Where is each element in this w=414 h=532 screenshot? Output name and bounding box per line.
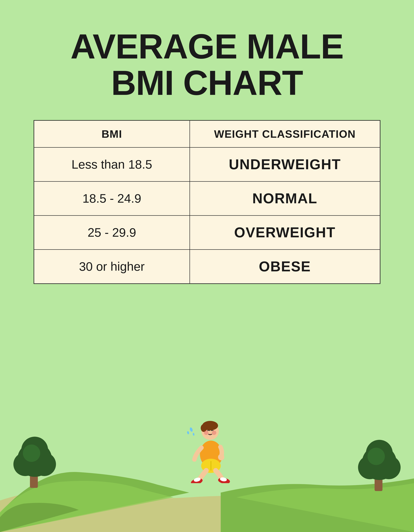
bmi-value-1: Less than 18.5: [34, 148, 190, 181]
svg-point-5: [23, 445, 40, 462]
classification-3: OVERWEIGHT: [190, 216, 380, 250]
table-row: 18.5 - 24.9 NORMAL: [34, 181, 380, 216]
tree-left-icon: [13, 431, 57, 491]
classification-4: OBESE: [190, 250, 380, 284]
svg-point-13: [187, 431, 190, 435]
table-row: Less than 18.5 UNDERWEIGHT: [34, 148, 380, 181]
svg-point-18: [204, 430, 208, 435]
illustration-section: [0, 390, 414, 532]
col-header-bmi: BMI: [34, 120, 190, 148]
table-row: 25 - 29.9 OVERWEIGHT: [34, 216, 380, 250]
tree-right-icon: [357, 434, 401, 494]
page-title: AVERAGE MALE BMI CHART: [70, 28, 344, 101]
bmi-table: BMI WEIGHT CLASSIFICATION Less than 18.5…: [34, 120, 380, 284]
bmi-value-4: 30 or higher: [34, 250, 190, 284]
col-header-classification: WEIGHT CLASSIFICATION: [190, 120, 380, 148]
svg-point-19: [212, 430, 216, 435]
svg-point-12: [189, 427, 193, 432]
svg-point-14: [193, 433, 195, 436]
svg-point-22: [218, 454, 224, 460]
svg-point-11: [367, 448, 385, 465]
runner-illustration: [182, 417, 232, 483]
table-header-row: BMI WEIGHT CLASSIFICATION: [34, 120, 380, 148]
title-section: AVERAGE MALE BMI CHART: [70, 0, 344, 114]
table-row: 30 or higher OBESE: [34, 250, 380, 284]
bmi-value-2: 18.5 - 24.9: [34, 181, 190, 216]
classification-1: UNDERWEIGHT: [190, 148, 380, 181]
bmi-table-section: BMI WEIGHT CLASSIFICATION Less than 18.5…: [34, 120, 380, 284]
page: AVERAGE MALE BMI CHART BMI WEIGHT CLASSI…: [0, 0, 414, 532]
bmi-value-3: 25 - 29.9: [34, 216, 190, 250]
classification-2: NORMAL: [190, 181, 380, 216]
